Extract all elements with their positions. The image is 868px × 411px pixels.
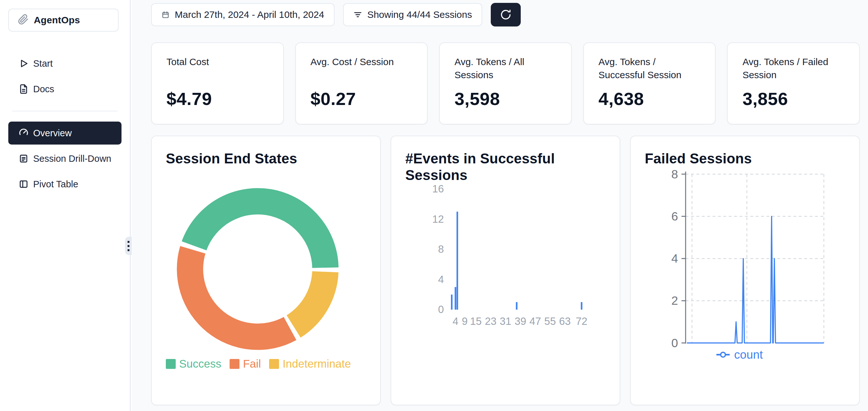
legend-item-fail[interactable]: Fail [229,357,261,370]
stat-card-total-cost: Total Cost $4.79 [151,42,284,124]
logo[interactable]: AgentOps [8,9,119,32]
y-tick-label: 4 [671,252,678,265]
donut-segment-fail [177,246,297,350]
calendar-icon [161,10,169,19]
stat-value: 4,638 [598,88,703,109]
failed-sessions-card: Failed Sessions 02468count [630,136,860,405]
x-tick-label: 31 [500,315,511,327]
sidebar-item-label: Overview [33,128,72,139]
bar-x4 [455,287,456,310]
failed-sessions-line-chart: 02468count [631,136,859,405]
x-tick-label: 55 [544,315,556,327]
x-tick-label: 72 [576,315,587,327]
legend-label: Success [179,357,221,370]
events-bar-chart: 0481216491523313947556372 [391,136,620,405]
bar-x72 [581,302,582,310]
date-range-button[interactable]: March 27th, 2024 - April 10th, 2024 [151,3,335,26]
sidebar-divider [12,111,118,111]
paperclip-logo-icon [18,14,29,26]
donut-legend: SuccessFailIndeterminate [152,357,365,370]
stat-card-avg-tokens-successful: Avg. Tokens / Successful Session 4,638 [583,42,716,124]
panel-left-icon [18,178,29,190]
y-tick-label: 6 [671,210,678,223]
sidebar-item-overview[interactable]: Overview [8,122,122,145]
y-tick-label: 0 [671,336,678,350]
legend-swatch [229,359,240,369]
stat-label: Avg. Tokens / Successful Session [598,55,703,88]
legend-item-indeterminate[interactable]: Indeterminate [269,357,351,370]
x-tick-label: 63 [559,315,570,327]
refresh-button[interactable] [491,3,521,27]
stat-value: $4.79 [166,88,271,109]
sidebar-item-label: Session Drill-Down [33,153,111,164]
topbar: March 27th, 2024 - April 10th, 2024 Show… [151,3,521,27]
events-in-successful-sessions-card: #Events in Successful Sessions 048121649… [391,136,620,405]
stat-label: Avg. Tokens / All Sessions [455,55,558,88]
sidebar-item-session-drill-down[interactable]: Session Drill-Down [8,147,122,170]
count-line-series [687,216,824,343]
x-tick-label: 47 [529,315,541,327]
sidebar-item-label: Docs [33,84,54,94]
x-tick-label: 23 [485,315,496,327]
stat-value: 3,856 [742,88,846,109]
filter-lines-icon [353,10,362,19]
stat-value: 3,598 [455,88,558,109]
y-tick-label: 16 [432,183,444,195]
y-tick-label: 8 [438,243,444,255]
y-tick-label: 8 [671,168,678,181]
sessions-filter-button[interactable]: Showing 44/44 Sessions [343,3,483,26]
x-tick-label: 4 [453,315,458,327]
stat-label: Avg. Cost / Session [311,55,414,88]
legend-swatch [269,359,279,369]
sidebar-item-docs[interactable]: Docs [8,78,122,100]
stat-cards-row: Total Cost $4.79 Avg. Cost / Session $0.… [151,42,860,124]
session-end-states-card: Session End States SuccessFailIndetermin… [151,136,381,405]
stat-label: Total Cost [166,55,271,88]
stat-card-avg-tokens-all: Avg. Tokens / All Sessions 3,598 [439,42,572,124]
stat-card-avg-tokens-failed: Avg. Tokens / Failed Session 3,856 [727,42,860,124]
document-lines-icon [18,153,29,164]
refresh-icon [499,8,512,21]
bar-x5 [457,211,458,310]
sidebar-nav: Start Docs Overview Session Drill-Down [8,52,122,196]
x-tick-label: 9 [462,315,467,327]
legend-swatch [166,359,176,369]
logo-text: AgentOps [34,15,80,26]
charts-row: Session End States SuccessFailIndetermin… [151,136,860,405]
donut-segment-success [182,188,339,268]
legend-label: Fail [243,357,261,370]
sidebar-item-pivot-table[interactable]: Pivot Table [8,173,122,196]
sidebar: AgentOps Start Docs Overview [0,0,131,411]
stat-label: Avg. Tokens / Failed Session [742,55,846,88]
gauge-icon [18,127,29,139]
y-tick-label: 4 [438,273,444,285]
date-range-label: March 27th, 2024 - April 10th, 2024 [175,9,324,20]
docs-icon [18,83,29,95]
legend-point-icon [721,352,725,357]
sidebar-item-label: Start [33,58,53,69]
stat-card-avg-cost-session: Avg. Cost / Session $0.27 [295,42,428,124]
x-tick-label: 15 [470,315,482,327]
bar-x2 [451,295,453,310]
sidebar-item-label: Pivot Table [33,179,78,189]
legend-label: Indeterminate [282,357,351,370]
main-content: March 27th, 2024 - April 10th, 2024 Show… [132,0,868,411]
y-tick-label: 2 [671,294,678,307]
sessions-filter-label: Showing 44/44 Sessions [367,9,472,20]
legend-label[interactable]: count [734,348,763,361]
legend-item-success[interactable]: Success [166,357,221,370]
donut-segment-indeterminate [287,271,339,337]
y-tick-label: 0 [438,303,444,315]
sidebar-item-start[interactable]: Start [8,52,122,75]
agentops-dashboard: AgentOps Start Docs Overview [0,0,868,411]
y-tick-label: 12 [432,213,444,225]
play-icon [18,58,29,69]
x-tick-label: 39 [515,315,526,327]
bar-x37 [516,302,518,310]
stat-value: $0.27 [311,88,414,109]
